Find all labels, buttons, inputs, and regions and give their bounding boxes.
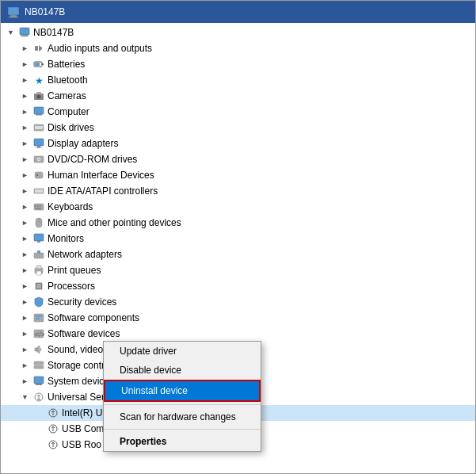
menu-separator: [104, 429, 261, 430]
label-usbroo: USB Roo: [62, 439, 101, 450]
expander-batteries[interactable]: ►: [21, 60, 32, 68]
label-computer: Computer: [48, 106, 89, 117]
svg-text:★: ★: [35, 75, 44, 86]
svg-rect-53: [34, 377, 44, 384]
label-softwarecomp: Software components: [48, 312, 139, 323]
expander-root[interactable]: ▼: [7, 29, 18, 36]
expander-mice[interactable]: ►: [21, 219, 32, 227]
tree-item-displayadapters[interactable]: ►Display adapters: [1, 136, 475, 151]
menu-item-update-driver[interactable]: Update driver: [104, 342, 261, 361]
expander-bluetooth[interactable]: ►: [21, 76, 32, 84]
label-softwaredev: Software devices: [48, 328, 120, 339]
expander-storage[interactable]: ►: [21, 361, 32, 369]
expander-ide[interactable]: ►: [21, 187, 32, 195]
menu-item-properties[interactable]: Properties: [104, 432, 261, 451]
tree-item-softwaredev[interactable]: ►</>Software devices: [1, 326, 475, 342]
context-menu: Update driverDisable deviceUninstall dev…: [103, 341, 261, 452]
label-keyboards: Keyboards: [48, 201, 93, 212]
tree-item-batteries[interactable]: ►Batteries: [1, 56, 475, 72]
label-batteries: Batteries: [48, 59, 85, 70]
tree-item-computer[interactable]: ►Computer: [1, 104, 475, 120]
icon-processors: [32, 280, 45, 292]
label-audio: Audio inputs and outputs: [48, 43, 152, 54]
tree-item-softwarecomp[interactable]: ►Software components: [1, 310, 475, 326]
expander-keyboards[interactable]: ►: [21, 203, 32, 211]
tree-item-hid[interactable]: ►Human Interface Devices: [1, 167, 475, 183]
icon-security: [32, 296, 45, 308]
svg-rect-24: [35, 172, 43, 178]
icon-dvd: [32, 153, 45, 166]
svg-rect-29: [35, 205, 36, 207]
svg-point-25: [36, 174, 38, 176]
svg-rect-19: [37, 146, 40, 147]
svg-rect-32: [36, 208, 41, 209]
icon-cameras: [32, 90, 45, 102]
svg-rect-15: [36, 114, 42, 116]
icon-softwaredev: </>: [32, 327, 45, 340]
label-network: Network adapters: [48, 249, 122, 260]
icon-softwarecomp: [32, 312, 45, 324]
svg-rect-52: [34, 365, 44, 369]
svg-rect-42: [36, 271, 41, 275]
tree-item-network[interactable]: ►Network adapters: [1, 247, 475, 262]
expander-printqueues[interactable]: ►: [21, 266, 32, 274]
svg-rect-2: [9, 17, 18, 17]
icon-network: [32, 248, 45, 261]
tree-item-keyboards[interactable]: ►Keyboards: [1, 199, 475, 215]
expander-systemdev[interactable]: ►: [21, 377, 32, 385]
tree-item-mice[interactable]: ►Mice and other pointing devices: [1, 215, 475, 231]
expander-audio[interactable]: ►: [21, 44, 32, 52]
svg-rect-5: [21, 36, 29, 37]
icon-audio: [32, 42, 45, 55]
title-icon: [7, 6, 20, 18]
label-printqueues: Print queues: [48, 265, 101, 276]
svg-rect-47: [36, 318, 40, 319]
expander-usb[interactable]: ▼: [21, 393, 32, 401]
icon-intel: [47, 407, 59, 419]
tree-item-processors[interactable]: ►Processors: [1, 278, 475, 294]
menu-item-disable-device[interactable]: Disable device: [104, 361, 261, 380]
svg-rect-35: [34, 234, 44, 241]
expander-network[interactable]: ►: [21, 250, 32, 258]
label-diskdrives: Disk drives: [48, 122, 94, 133]
icon-hid: [32, 169, 45, 182]
tree-item-cameras[interactable]: ►Cameras: [1, 88, 475, 104]
expander-sound[interactable]: ►: [21, 346, 32, 354]
label-security: Security devices: [48, 296, 116, 308]
svg-rect-1: [10, 15, 17, 17]
tree-item-printqueues[interactable]: ►Print queues: [1, 262, 475, 278]
menu-item-uninstall-device[interactable]: Uninstall device: [104, 380, 261, 402]
svg-point-23: [38, 159, 40, 160]
tree-item-diskdrives[interactable]: ►Disk drives: [1, 120, 475, 136]
expander-monitors[interactable]: ►: [21, 235, 32, 243]
expander-dvd[interactable]: ►: [21, 155, 32, 163]
tree-item-ide[interactable]: ►IDE ATA/ATAPI controllers: [1, 183, 475, 199]
tree-item-monitors[interactable]: ►Monitors: [1, 231, 475, 247]
expander-processors[interactable]: ►: [21, 282, 32, 290]
expander-cameras[interactable]: ►: [21, 92, 32, 100]
tree-item-audio[interactable]: ►Audio inputs and outputs: [1, 40, 475, 56]
icon-root: [18, 26, 31, 39]
expander-security[interactable]: ►: [21, 298, 32, 306]
menu-item-scan[interactable]: Scan for hardware changes: [104, 407, 261, 426]
tree-item-security[interactable]: ►Security devices: [1, 294, 475, 310]
label-displayadapters: Display adapters: [48, 138, 118, 149]
expander-hid[interactable]: ►: [21, 171, 32, 179]
svg-point-12: [37, 95, 41, 99]
svg-rect-31: [40, 205, 41, 207]
expander-displayadapters[interactable]: ►: [21, 140, 32, 147]
icon-systemdev: [32, 375, 45, 388]
svg-rect-27: [35, 189, 43, 193]
svg-rect-51: [34, 361, 44, 365]
svg-rect-44: [36, 284, 41, 289]
label-ide: IDE ATA/ATAPI controllers: [48, 185, 158, 197]
svg-rect-17: [35, 126, 43, 129]
expander-diskdrives[interactable]: ►: [21, 124, 32, 132]
expander-computer[interactable]: ►: [21, 108, 32, 116]
tree-item-bluetooth[interactable]: ►★Bluetooth: [1, 72, 475, 88]
tree-item-root[interactable]: ▼NB0147B: [1, 25, 475, 40]
expander-softwaredev[interactable]: ►: [21, 330, 32, 338]
tree-item-dvd[interactable]: ►DVD/CD-ROM drives: [1, 151, 475, 167]
expander-softwarecomp[interactable]: ►: [21, 314, 32, 322]
icon-ide: [32, 185, 45, 197]
